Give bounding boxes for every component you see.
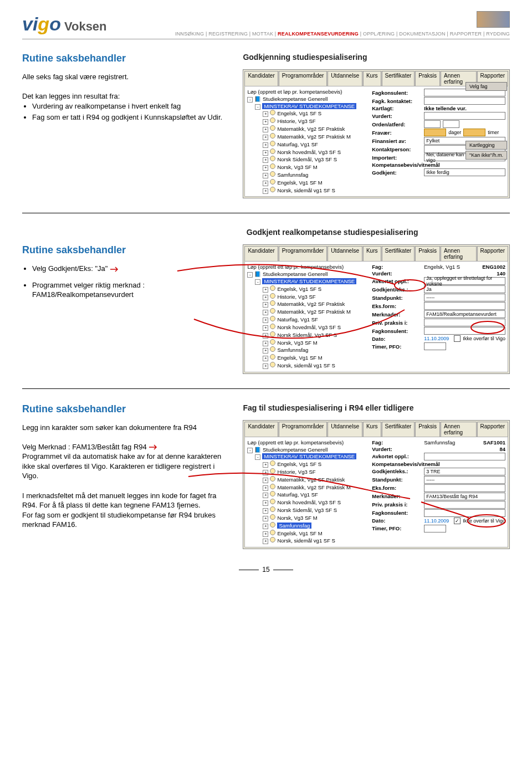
tree-item[interactable]: +Matematikk, Vg2 SF Praktisk M <box>247 484 369 491</box>
tree-item[interactable]: +Matematikk, Vg2 SF Praktisk <box>247 476 369 484</box>
tab[interactable]: Utdannelse <box>328 422 362 437</box>
tree-item[interactable]: +Naturfag, Vg1 SF <box>247 316 369 324</box>
tab[interactable]: Sertifikater <box>382 71 415 86</box>
tree-item[interactable]: +Naturfag, Vg1 SF <box>247 141 369 148</box>
tab[interactable]: Kurs <box>363 246 381 261</box>
tab[interactable]: Rapporter <box>477 422 508 437</box>
tree-item[interactable]: +Norsk, sidemål vg1 SF S <box>247 187 369 194</box>
tree-item[interactable]: +Norsk hovedmål, Vg3 SF S <box>247 324 369 331</box>
tree-item[interactable]: +Norsk, sidemål vg1 SF S <box>247 537 369 545</box>
s2-field-priv[interactable] <box>424 319 505 326</box>
routine-heading-2: Rutine saksbehandler <box>22 244 232 256</box>
s1-field-godkjent[interactable]: Ikke ferdig <box>424 168 505 176</box>
tab[interactable]: Praksis <box>415 422 440 437</box>
s3-field-priv[interactable] <box>424 501 505 509</box>
s2-field-pfo[interactable] <box>424 342 446 350</box>
tab[interactable]: Kandidater <box>244 71 278 86</box>
s1-lbl-kontakt: Kontaktperson: <box>372 146 422 152</box>
s3-field-stand[interactable]: ----- <box>424 476 505 484</box>
tree-item[interactable]: +Norsk, sidemål vg1 SF S <box>247 362 369 370</box>
tab[interactable]: Rapporter <box>477 246 508 261</box>
s2-field-merk[interactable]: FAM18/Realkompetansevurdert <box>424 310 505 318</box>
tree-selected[interactable]: -MINSTEKRAV STUDIEKOMPETANSE <box>247 278 369 285</box>
tree-item[interactable]: +Engelsk, Vg1 SF M <box>247 354 369 362</box>
tree-item[interactable]: +Samfunnsfag <box>247 171 369 179</box>
s2-tree: Løp (opprett ett løp pr. kompetansebevis… <box>247 264 369 369</box>
s2-lbl-fagk: Fagkonsulent: <box>372 328 422 334</box>
s3-field-merk[interactable]: FAM13/Bestått fag R94 <box>424 493 505 500</box>
tree-item[interactable]: +Naturfag, Vg1 SF <box>247 491 369 499</box>
tree-item[interactable]: +Norsk, Vg3 SF M <box>247 163 369 171</box>
tree-item[interactable]: +Matematikk, Vg2 SF Praktisk <box>247 125 369 133</box>
screenshot-3: KandidaterProgramområderUtdannelseKursSe… <box>243 420 510 549</box>
s1-field-orden1[interactable] <box>424 120 441 128</box>
tree-item[interactable]: +Engelsk, Vg1 SF S <box>247 285 369 293</box>
s1-field-orden2[interactable] <box>443 120 459 128</box>
tab[interactable]: Sertifikater <box>382 246 415 261</box>
tree-item[interactable]: +Matematikk, Vg2 SF Praktisk M <box>247 308 369 316</box>
tree-selected[interactable]: -MINSTEKRAV STUDIEKOMPETANSE <box>247 103 369 110</box>
s3-field-eksform[interactable] <box>424 484 505 492</box>
s2-field-stand[interactable]: ----- <box>424 294 505 301</box>
page-header: vigo Voksen INNSØKING | REGISTRERING | M… <box>22 11 510 39</box>
s3-lbl-avkortet: Avkortet oppl.: <box>372 453 422 459</box>
s2-field-avkortet[interactable]: Ja, opplegget er tilrettelagt for voksne <box>424 277 505 285</box>
s3-field-avkortet[interactable] <box>424 453 505 460</box>
tab[interactable]: Programområder <box>279 246 328 261</box>
tree-item[interactable]: +Norsk hovedmål, Vg3 SF S <box>247 148 369 156</box>
tree-item[interactable]: +Samfunnsfag <box>247 346 369 354</box>
s3-field-fagk[interactable] <box>424 509 505 517</box>
s3-field-godeks[interactable]: 3 TRE <box>424 468 505 475</box>
s3-field-pfo[interactable] <box>424 525 446 532</box>
tree-item[interactable]: +Norsk, Vg3 SF M <box>247 339 369 347</box>
tree-item[interactable]: +Historie, Vg3 SF <box>247 468 369 476</box>
tree-item[interactable]: +Matematikk, Vg2 SF Praktisk M <box>247 133 369 141</box>
tab[interactable]: Praksis <box>415 246 440 261</box>
tab[interactable]: Kurs <box>363 71 381 86</box>
s1-lbl-komp: Kompetansebevis/vitnemål <box>372 162 422 168</box>
s2-val-fag: Engelsk, Vg1 S <box>424 264 480 270</box>
velg-fag-button[interactable]: Velg fag <box>466 82 507 91</box>
tree-item[interactable]: +Engelsk, Vg1 SF S <box>247 110 369 117</box>
s2-field-eksform[interactable] <box>424 302 505 310</box>
tab[interactable]: Kandidater <box>244 246 278 261</box>
tree-item[interactable]: +Norsk, Vg3 SF M <box>247 514 369 522</box>
kan-ikke-button[interactable]: "Kan ikke"/h.m. <box>466 151 507 160</box>
tree-item[interactable]: +Norsk Sidemål, Vg3 SF S <box>247 331 369 339</box>
tab[interactable]: Utdannelse <box>328 71 362 86</box>
tab[interactable]: Programområder <box>279 422 328 437</box>
tree-item[interactable]: +Engelsk, Vg1 SF S <box>247 460 369 468</box>
kartlegging-button[interactable]: Kartlegging <box>466 141 507 150</box>
tab[interactable]: Praksis <box>415 71 440 86</box>
s3-check-overfor[interactable]: ✓ <box>454 518 461 524</box>
tab[interactable]: Utdannelse <box>328 246 362 261</box>
s2-field-fagk[interactable] <box>424 327 505 335</box>
tree-item[interactable]: +Engelsk, Vg1 SF M <box>247 530 369 537</box>
s2-field-godeks[interactable]: Ja <box>424 285 505 293</box>
tab[interactable]: Sertifikater <box>382 422 415 437</box>
tree-root[interactable]: -📘 Studiekompetanse Generell <box>247 96 369 103</box>
tree-item[interactable]: +Matematikk, Vg2 SF Praktisk <box>247 300 369 308</box>
tree-item[interactable]: +Historie, Vg3 SF <box>247 293 369 301</box>
tree-item[interactable]: +Norsk hovedmål, Vg3 SF S <box>247 499 369 506</box>
s1-field-dager[interactable] <box>424 129 446 136</box>
tab[interactable]: Annen erfaring <box>441 246 476 261</box>
tree-root[interactable]: -📘 Studiekompetanse Generell <box>247 447 369 454</box>
s2-check-overfor[interactable] <box>454 335 461 342</box>
breadcrumb-item: DOKUMENTASJON <box>399 31 445 37</box>
tree-selected[interactable]: -MINSTEKRAV STUDIEKOMPETANSE <box>247 453 369 460</box>
tree-caption: Løp (opprett et løp pr. kompetansebevis) <box>247 89 369 96</box>
tree-root[interactable]: -📘 Studiekompetanse Generell <box>247 271 369 278</box>
tree-item[interactable]: +Engelsk, Vg1 SF M <box>247 179 369 187</box>
tree-item[interactable]: +Historie, Vg3 SF <box>247 117 369 125</box>
tree-item[interactable]: +Norsk Sidemål, Vg3 SF S <box>247 506 369 514</box>
tree-item[interactable]: +Norsk Sidemål, Vg3 SF S <box>247 156 369 163</box>
s1-tree: Løp (opprett et løp pr. kompetansebevis)… <box>247 89 369 194</box>
tab[interactable]: Programområder <box>279 71 328 86</box>
s2-lbl-avkortet: Avkortet oppl.: <box>372 278 422 284</box>
tab[interactable]: Kurs <box>363 422 381 437</box>
tab[interactable]: Kandidater <box>244 422 278 437</box>
s1-lbl-fravaer: Fravær: <box>372 130 422 136</box>
tab[interactable]: Annen erfaring <box>441 422 476 437</box>
tree-item[interactable]: +Samfunnsfag <box>247 522 369 530</box>
